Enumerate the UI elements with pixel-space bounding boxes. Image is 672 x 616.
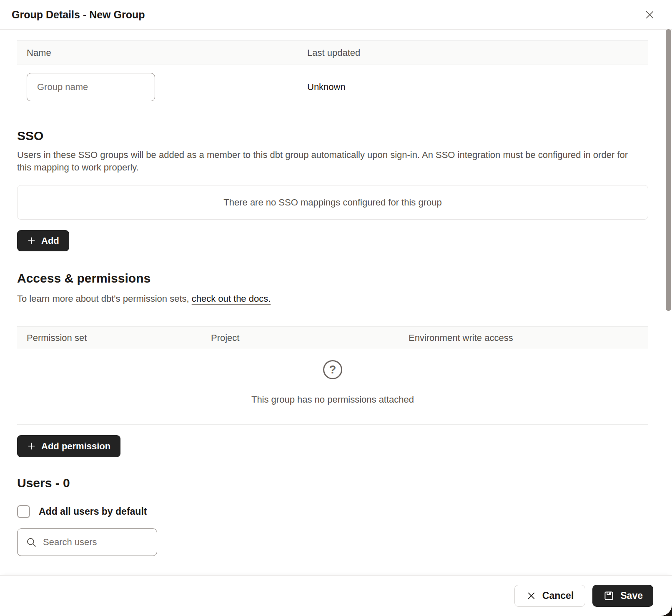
save-label: Save bbox=[620, 590, 643, 601]
permissions-heading: Access & permissions bbox=[17, 270, 648, 286]
column-header-environment-write-access: Environment write access bbox=[409, 333, 513, 343]
modal-header: Group Details - New Group bbox=[0, 0, 672, 30]
permissions-table-header: Permission set Project Environment write… bbox=[17, 326, 648, 349]
floppy-disk-icon bbox=[603, 590, 615, 602]
sso-description: Users in these SSO groups will be added … bbox=[17, 149, 642, 174]
permissions-description-text: To learn more about dbt's permission set… bbox=[17, 293, 192, 304]
modal-title: Group Details - New Group bbox=[12, 9, 145, 21]
modal-body: Name Last updated Unknown SSO Users in t… bbox=[0, 30, 672, 575]
sso-empty-message: There are no SSO mappings configured for… bbox=[223, 197, 441, 208]
search-users-input[interactable] bbox=[43, 537, 163, 548]
sso-empty-state: There are no SSO mappings configured for… bbox=[17, 185, 648, 220]
cancel-label: Cancel bbox=[542, 590, 574, 601]
modal-footer: Cancel Save bbox=[0, 575, 672, 616]
name-table-header: Name Last updated bbox=[17, 40, 648, 65]
group-name-input[interactable] bbox=[27, 73, 155, 101]
sso-heading: SSO bbox=[17, 128, 648, 144]
permissions-description: To learn more about dbt's permission set… bbox=[17, 293, 642, 305]
plus-icon bbox=[27, 236, 36, 245]
name-table-row: Unknown bbox=[17, 65, 648, 112]
add-sso-mapping-button[interactable]: Add bbox=[17, 230, 69, 251]
group-details-modal: Group Details - New Group Name Last upda… bbox=[0, 0, 672, 616]
add-permission-label: Add permission bbox=[41, 441, 110, 452]
search-icon bbox=[26, 537, 37, 548]
add-all-users-checkbox[interactable] bbox=[17, 505, 30, 518]
plus-icon bbox=[27, 442, 36, 451]
add-all-users-row: Add all users by default bbox=[17, 505, 648, 518]
column-header-permission-set: Permission set bbox=[27, 333, 211, 343]
column-header-last-updated: Last updated bbox=[307, 48, 360, 58]
add-permission-button[interactable]: Add permission bbox=[17, 435, 120, 457]
close-button[interactable] bbox=[641, 6, 658, 23]
search-users-field bbox=[17, 528, 157, 556]
question-circle-icon: ? bbox=[323, 360, 342, 379]
x-icon bbox=[526, 591, 537, 601]
save-button[interactable]: Save bbox=[592, 585, 653, 607]
users-heading: Users - 0 bbox=[17, 475, 648, 491]
last-updated-value: Unknown bbox=[307, 82, 346, 93]
column-header-project: Project bbox=[211, 333, 409, 343]
column-header-name: Name bbox=[27, 48, 307, 58]
scrollbar-thumb[interactable] bbox=[666, 29, 671, 311]
cancel-button[interactable]: Cancel bbox=[514, 585, 585, 607]
add-all-users-label: Add all users by default bbox=[39, 506, 147, 517]
docs-link[interactable]: check out the docs. bbox=[192, 293, 271, 304]
close-icon bbox=[644, 9, 655, 20]
permissions-empty-message: This group has no permissions attached bbox=[17, 393, 648, 406]
permissions-empty-state: ? This group has no permissions attached bbox=[17, 360, 648, 425]
add-sso-mapping-label: Add bbox=[41, 235, 59, 246]
